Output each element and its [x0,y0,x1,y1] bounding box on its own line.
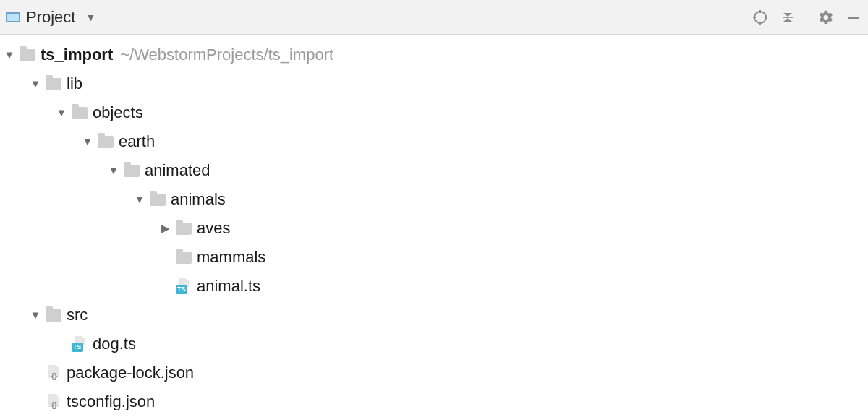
chevron-down-icon[interactable]: ▼ [27,307,43,323]
tree-label: animals [171,188,226,211]
svg-point-0 [754,12,766,23]
folder-icon [174,252,194,264]
svg-rect-6 [783,17,793,18]
tree-label: animal.ts [197,275,260,298]
tree-path: ~/WebstormProjects/ts_import [120,43,333,66]
tree-file-animal-ts[interactable]: ▶ animal.ts [0,272,868,301]
tree-file-tsconfig[interactable]: ▶ tsconfig.json [0,387,868,416]
tree-folder-src[interactable]: ▼ src [0,301,868,330]
toolbar-separator [807,9,807,26]
project-view-icon [6,12,20,22]
tree-folder-mammals[interactable]: ▶ mammals [0,243,868,272]
minimize-icon[interactable] [845,9,862,26]
folder-icon [17,49,38,61]
tree-file-dog-ts[interactable]: ▶ dog.ts [0,330,868,358]
gear-icon[interactable] [817,9,835,26]
tree-label: aves [197,217,230,240]
tree-label: animated [145,159,210,182]
folder-icon [43,309,64,322]
tree-root[interactable]: ▼ ts_import ~/WebstormProjects/ts_import [0,40,868,69]
tree-label: src [67,304,88,327]
locate-icon[interactable] [752,9,769,26]
tree-label: mammals [197,246,265,269]
tree-folder-lib[interactable]: ▼ lib [0,69,868,98]
chevron-down-icon: ▼ [85,12,95,23]
ts-file-icon [174,278,194,294]
json-file-icon [43,365,64,381]
collapse-all-icon[interactable] [779,9,796,26]
project-tree: ▼ ts_import ~/WebstormProjects/ts_import… [0,35,868,417]
tree-file-package-lock[interactable]: ▶ package-lock.json [0,358,868,387]
folder-icon [148,194,168,206]
tree-folder-animals[interactable]: ▼ animals [0,185,868,214]
chevron-right-icon[interactable]: ▶ [158,220,174,236]
chevron-down-icon[interactable]: ▼ [106,163,122,179]
svg-rect-8 [848,17,859,19]
folder-icon [122,165,142,177]
view-switcher[interactable]: Project ▼ [6,8,95,27]
chevron-down-icon[interactable]: ▼ [1,47,17,63]
tree-folder-objects[interactable]: ▼ objects [0,98,868,127]
svg-marker-7 [783,18,792,22]
json-file-icon [43,394,64,410]
tree-label: earth [119,130,155,153]
tree-folder-earth[interactable]: ▼ earth [0,127,868,156]
chevron-down-icon[interactable]: ▼ [80,134,95,150]
tree-label: package-lock.json [67,361,194,384]
folder-icon [69,107,90,119]
chevron-down-icon[interactable]: ▼ [27,76,43,92]
ts-file-icon [69,336,90,352]
svg-marker-5 [783,13,792,17]
view-label: Project [26,8,75,27]
folder-icon [174,223,194,235]
tree-label: ts_import [41,43,113,66]
folder-icon [95,136,116,148]
tree-folder-aves[interactable]: ▶ aves [0,214,868,243]
folder-icon [43,78,64,90]
tree-label: tsconfig.json [67,390,155,413]
tree-label: dog.ts [93,332,136,356]
tree-label: objects [93,101,143,124]
chevron-down-icon[interactable]: ▼ [132,192,148,207]
chevron-down-icon[interactable]: ▼ [54,105,69,121]
tree-label: lib [67,72,82,95]
project-toolbar: Project ▼ [0,0,868,35]
tree-folder-animated[interactable]: ▼ animated [0,156,868,185]
